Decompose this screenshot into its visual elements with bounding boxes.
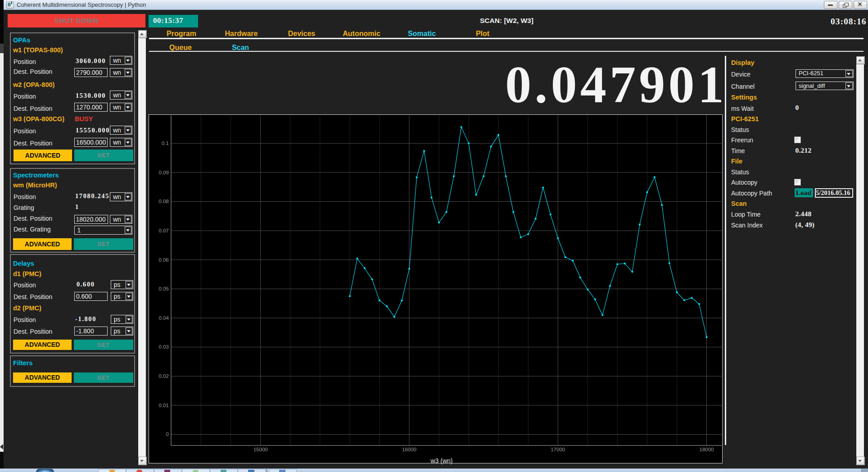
svg-text:0.01: 0.01 xyxy=(159,402,169,408)
svg-text:0.06: 0.06 xyxy=(159,257,169,262)
svg-text:15000: 15000 xyxy=(253,447,268,452)
svg-text:0.05: 0.05 xyxy=(159,286,169,291)
svg-text:0.04: 0.04 xyxy=(159,315,169,320)
svg-text:0.09: 0.09 xyxy=(159,169,169,175)
svg-text:18000: 18000 xyxy=(700,447,714,452)
svg-text:0.03: 0.03 xyxy=(159,344,169,349)
svg-text:16000: 16000 xyxy=(402,447,416,452)
svg-text:0: 0 xyxy=(166,431,169,437)
svg-text:17000: 17000 xyxy=(551,447,565,452)
svg-text:0.1: 0.1 xyxy=(162,141,169,146)
svg-text:0.02: 0.02 xyxy=(159,373,169,379)
svg-text:w3 (wn): w3 (wn) xyxy=(430,457,452,464)
svg-text:0.08: 0.08 xyxy=(159,199,169,204)
svg-text:0.07: 0.07 xyxy=(159,227,169,233)
